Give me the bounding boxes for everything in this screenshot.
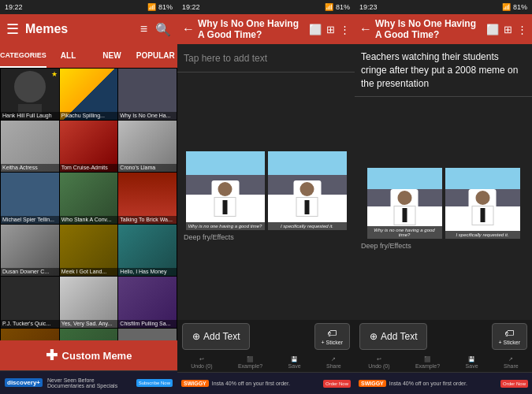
list-item[interactable]: Keitha Actress bbox=[1, 121, 59, 172]
undo-button-2[interactable]: ↩ Undo (0) bbox=[191, 356, 212, 369]
meme-image-right-2[interactable]: I specifically requested it. bbox=[268, 151, 347, 230]
tab-new[interactable]: NEW bbox=[90, 44, 133, 68]
ad-cta-3[interactable]: Order Now bbox=[500, 380, 528, 388]
panel3-header: ← Why Is No One Having A Good Time? ⬜ ⊞ … bbox=[355, 14, 532, 44]
list-item[interactable]: Talking To Brick Wa... bbox=[118, 173, 177, 224]
bottom-toolbar-2: ↩ Undo (0) ⬛ Example? 💾 Save ↗ Share bbox=[177, 353, 355, 372]
sticker-icon-3: 🏷 bbox=[504, 328, 514, 339]
sticker-button-2[interactable]: 🏷 + Sticker bbox=[314, 323, 350, 350]
meme-label: Michael Spier Tellin... bbox=[1, 216, 59, 224]
list-item[interactable]: Lorenzo Pushing... bbox=[1, 329, 59, 340]
ad-banner-3: SWIGGY Insta 40% off on your first order… bbox=[355, 372, 532, 394]
tab-categories[interactable]: CATEGORIES bbox=[0, 44, 47, 68]
meme-preview-2: Why is no one having a good time? I spec… bbox=[177, 72, 355, 320]
back-icon-2[interactable]: ← bbox=[182, 22, 195, 36]
meme-label: P.J. Tucker's Quic... bbox=[1, 320, 59, 328]
plus-circle-icon-3: ⊕ bbox=[370, 331, 378, 342]
share-button-3[interactable]: ↗ Share bbox=[504, 356, 519, 369]
list-item[interactable]: Tom Cruise-Admits bbox=[60, 121, 118, 172]
crop-icon-2[interactable]: ⬜ bbox=[309, 24, 322, 35]
meme-caption-left-3: Why is no one having a good time? bbox=[367, 226, 442, 239]
meme-gallery-panel: 19:22 📶 81% ☰ Memes ≡ 🔍 CATEGORIES ALL N… bbox=[0, 0, 177, 394]
meme-image-left-2[interactable]: Why is no one having a good time? bbox=[186, 151, 265, 230]
undo-button-3[interactable]: ↩ Undo (0) bbox=[368, 356, 389, 369]
list-item[interactable]: Pikachu Spilling... bbox=[60, 69, 118, 120]
swiggy-logo-3: SWIGGY bbox=[359, 380, 386, 387]
ad-btn-1[interactable]: Subscribe Now bbox=[136, 379, 173, 387]
list-item[interactable]: P.J. Tucker's Quic... bbox=[1, 277, 59, 328]
tab-popular[interactable]: POPULAR bbox=[134, 44, 177, 68]
meme-caption-left-2: Why is no one having a good time? bbox=[186, 222, 265, 230]
meme-label: Pikachu Spilling... bbox=[60, 112, 118, 120]
list-item[interactable]: That Sign Won't St... bbox=[118, 329, 177, 340]
deep-fry-label-2: Deep fry/Effects bbox=[180, 233, 234, 241]
app-header: ☰ Memes ≡ 🔍 bbox=[0, 14, 177, 44]
sticker-button-3[interactable]: 🏷 + Sticker bbox=[492, 323, 527, 350]
list-item[interactable]: Meek I Got Land... bbox=[60, 225, 118, 276]
more-icon-2[interactable]: ⋮ bbox=[340, 24, 350, 35]
back-icon-3[interactable]: ← bbox=[359, 22, 372, 36]
example-button-2[interactable]: ⬛ Example? bbox=[238, 356, 262, 369]
example-button-3[interactable]: ⬛ Example? bbox=[415, 356, 440, 369]
meme-label: Who Stank A Conv... bbox=[60, 216, 118, 224]
editor-placeholder-2: Tap here to add text bbox=[184, 53, 267, 64]
ad-text-1: Never Seen Before Documentaries and Spec… bbox=[47, 377, 132, 388]
meme-image-right-3[interactable]: I specifically requested it. bbox=[445, 168, 520, 239]
time-1: 19:22 bbox=[5, 3, 23, 11]
ad-text-2: Insta 40% off on your first order. bbox=[212, 381, 320, 386]
resize-icon-2[interactable]: ⊞ bbox=[326, 24, 335, 35]
meme-image-left-3[interactable]: Why is no one having a good time? bbox=[367, 168, 442, 239]
meme-label: Chisfilm Pulling Sa... bbox=[118, 320, 177, 328]
plus-icon: ✚ bbox=[46, 347, 58, 364]
ad-cta-2[interactable]: Order Now bbox=[323, 380, 351, 388]
status-bar-3: 19:23 📶 81% bbox=[355, 0, 532, 14]
ad-text-3: Insta 40% off on your first order. bbox=[389, 381, 497, 386]
tab-bar: CATEGORIES ALL NEW POPULAR bbox=[0, 44, 177, 68]
meme-grid: Hank Hill Full Laugh ★ Pikachu Spilling.… bbox=[0, 68, 177, 340]
editor-action-bar-2: ⊕ Add Text 🏷 + Sticker bbox=[177, 320, 355, 353]
list-item[interactable]: Dusan Downer C... bbox=[1, 225, 59, 276]
list-item[interactable]: Crono's Llama bbox=[118, 121, 177, 172]
list-item[interactable]: Who Stank A Conv... bbox=[60, 173, 118, 224]
custom-meme-label: Custom Meme bbox=[62, 350, 132, 362]
meme-caption-right-3: I specifically requested it. bbox=[445, 231, 520, 239]
time-3: 19:23 bbox=[359, 3, 378, 11]
tab-all[interactable]: ALL bbox=[47, 44, 90, 68]
status-bar-2: 19:22 📶 81% bbox=[177, 0, 355, 14]
meme-label: Yes, Very Sad. Any... bbox=[60, 320, 118, 328]
save-button-2[interactable]: 💾 Save bbox=[288, 356, 301, 369]
list-icon[interactable]: ≡ bbox=[140, 22, 147, 37]
system-icons-2: 📶 81% bbox=[325, 3, 350, 11]
app-title: Memes bbox=[25, 22, 134, 36]
panel2-header-icons: ⬜ ⊞ ⋮ bbox=[309, 24, 350, 35]
add-text-button-2[interactable]: ⊕ Add Text bbox=[182, 323, 250, 350]
save-button-3[interactable]: 💾 Save bbox=[466, 356, 478, 369]
text-area-2[interactable]: Tap here to add text bbox=[177, 44, 355, 72]
list-item[interactable]: Yes, Very Sad. Any... bbox=[60, 277, 118, 328]
add-text-button-3[interactable]: ⊕ Add Text bbox=[359, 323, 427, 350]
panel2-title: Why Is No One Having A Good Time? bbox=[198, 18, 306, 41]
share-button-2[interactable]: ↗ Share bbox=[326, 356, 341, 369]
list-item[interactable]: Why Is No One Ha... bbox=[118, 69, 177, 120]
sticker-icon-2: 🏷 bbox=[327, 328, 337, 339]
list-item[interactable]: Michael Spier Tellin... bbox=[1, 173, 59, 224]
more-icon-3[interactable]: ⋮ bbox=[517, 24, 527, 35]
list-item[interactable]: Hello, I Has Money bbox=[118, 225, 177, 276]
list-item[interactable]: Omer-Mao Docko... bbox=[60, 329, 118, 340]
meme-images-3: Why is no one having a good time? I spec… bbox=[367, 168, 520, 239]
status-bar-1: 19:22 📶 81% bbox=[0, 0, 177, 14]
resize-icon-3[interactable]: ⊞ bbox=[504, 24, 512, 35]
plus-circle-icon-2: ⊕ bbox=[192, 331, 200, 342]
meme-label: Why Is No One Ha... bbox=[118, 112, 177, 120]
crop-icon-3[interactable]: ⬜ bbox=[486, 24, 499, 35]
meme-text-content-3: Teachers watching their students cringe … bbox=[355, 44, 532, 97]
swiggy-logo-2: SWIGGY bbox=[181, 380, 209, 387]
list-item[interactable]: Hank Hill Full Laugh ★ bbox=[1, 69, 59, 120]
ad-banner-1: discovery+ Never Seen Before Documentari… bbox=[0, 370, 177, 394]
panel3-header-icons: ⬜ ⊞ ⋮ bbox=[486, 24, 527, 35]
custom-meme-button[interactable]: ✚ Custom Meme bbox=[0, 340, 177, 370]
list-item[interactable]: Chisfilm Pulling Sa... bbox=[118, 277, 177, 328]
meme-label: Keitha Actress bbox=[1, 164, 59, 172]
hamburger-icon[interactable]: ☰ bbox=[6, 20, 19, 38]
search-icon[interactable]: 🔍 bbox=[155, 22, 171, 37]
